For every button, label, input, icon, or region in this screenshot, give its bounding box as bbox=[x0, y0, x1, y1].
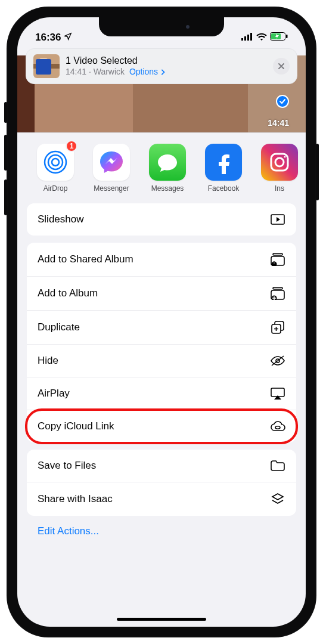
app-label: Messages bbox=[151, 184, 184, 193]
doc-plus-icon bbox=[270, 321, 285, 334]
messages-icon bbox=[149, 144, 186, 181]
action-label: Copy iCloud Link bbox=[38, 420, 114, 432]
svg-rect-6 bbox=[286, 35, 288, 38]
action-group-3: Save to Files Share with Isaac bbox=[27, 450, 296, 516]
svg-point-11 bbox=[275, 158, 284, 166]
cloud-link-icon bbox=[270, 421, 285, 432]
action-label: Slideshow bbox=[38, 213, 84, 225]
share-apps-row[interactable]: 1 AirDrop Messenger Messages bbox=[17, 133, 306, 196]
action-label: Duplicate bbox=[38, 321, 80, 333]
svg-rect-14 bbox=[273, 253, 282, 255]
phone-frame: 16:36 1 Video Selected bbox=[7, 7, 316, 637]
svg-rect-1 bbox=[244, 36, 246, 41]
svg-point-25 bbox=[275, 426, 280, 429]
action-add-album[interactable]: Add to Album bbox=[27, 277, 296, 311]
app-instagram[interactable]: Ins bbox=[258, 144, 301, 193]
action-add-shared-album[interactable]: Add to Shared Album bbox=[27, 243, 296, 277]
app-label: Ins bbox=[275, 184, 284, 193]
app-label: Facebook bbox=[208, 184, 240, 193]
svg-point-8 bbox=[48, 155, 63, 169]
video-duration: 14:41 bbox=[268, 118, 289, 128]
svg-rect-3 bbox=[250, 33, 252, 41]
svg-point-7 bbox=[52, 159, 59, 166]
home-indicator[interactable] bbox=[117, 618, 206, 621]
action-label: AirPlay bbox=[38, 388, 70, 400]
action-group-1: Slideshow bbox=[27, 203, 296, 236]
album-plus-icon bbox=[270, 287, 285, 300]
action-label: Hide bbox=[38, 355, 58, 367]
action-slideshow[interactable]: Slideshow bbox=[27, 203, 296, 236]
close-icon bbox=[278, 63, 285, 70]
app-airdrop[interactable]: 1 AirDrop bbox=[34, 144, 77, 193]
svg-point-12 bbox=[284, 156, 286, 158]
app-label: AirDrop bbox=[44, 184, 68, 193]
action-share-isaac[interactable]: Share with Isaac bbox=[27, 482, 296, 516]
album-person-icon bbox=[270, 253, 285, 266]
edit-actions-link[interactable]: Edit Actions... bbox=[27, 523, 296, 540]
svg-rect-2 bbox=[247, 35, 249, 41]
action-airplay[interactable]: AirPlay bbox=[27, 377, 296, 410]
selection-subtitle[interactable]: 14:41 · Warwick Options bbox=[66, 67, 165, 78]
svg-rect-24 bbox=[271, 388, 284, 397]
cellular-signal-icon bbox=[241, 32, 253, 44]
play-rect-icon bbox=[270, 214, 285, 225]
wifi-icon bbox=[256, 32, 267, 44]
selection-title: 1 Video Selected bbox=[66, 55, 165, 67]
svg-rect-18 bbox=[273, 287, 282, 289]
close-button[interactable] bbox=[273, 58, 290, 75]
action-duplicate[interactable]: Duplicate bbox=[27, 311, 296, 345]
action-copy-icloud-link[interactable]: Copy iCloud Link bbox=[27, 410, 296, 442]
status-time: 16:36 bbox=[35, 32, 61, 44]
svg-point-17 bbox=[273, 262, 275, 264]
app-label: Messenger bbox=[94, 184, 129, 193]
action-label: Share with Isaac bbox=[38, 493, 113, 505]
selection-thumbnail bbox=[33, 54, 60, 78]
eye-slash-icon bbox=[270, 355, 285, 367]
airplay-icon bbox=[270, 388, 285, 400]
action-save-to-files[interactable]: Save to Files bbox=[27, 450, 296, 482]
folder-icon bbox=[270, 460, 285, 471]
airdrop-icon: 1 bbox=[37, 144, 74, 181]
action-group-2: Add to Shared Album Add to Album Duplica… bbox=[27, 243, 296, 442]
share-sheet-header: 1 Video Selected 14:41 · Warwick Options bbox=[26, 48, 297, 84]
action-label: Add to Album bbox=[38, 287, 98, 299]
selection-check-icon bbox=[276, 95, 289, 108]
action-label: Save to Files bbox=[38, 460, 96, 472]
app-messenger[interactable]: Messenger bbox=[90, 144, 133, 193]
notch bbox=[99, 17, 224, 36]
svg-rect-0 bbox=[241, 38, 243, 41]
app-messages[interactable]: Messages bbox=[146, 144, 189, 193]
battery-icon bbox=[270, 32, 288, 44]
app-facebook[interactable]: Facebook bbox=[202, 144, 245, 193]
action-label: Add to Shared Album bbox=[38, 253, 133, 265]
actions-area: Slideshow Add to Shared Album Add to Alb… bbox=[17, 196, 306, 627]
action-hide[interactable]: Hide bbox=[27, 345, 296, 377]
layers-icon bbox=[270, 493, 285, 506]
location-arrow-icon bbox=[64, 32, 72, 44]
messenger-icon bbox=[93, 144, 130, 181]
airdrop-badge: 1 bbox=[66, 140, 77, 152]
facebook-icon bbox=[205, 144, 242, 181]
instagram-icon bbox=[261, 144, 298, 181]
screen: 16:36 1 Video Selected bbox=[17, 17, 306, 627]
